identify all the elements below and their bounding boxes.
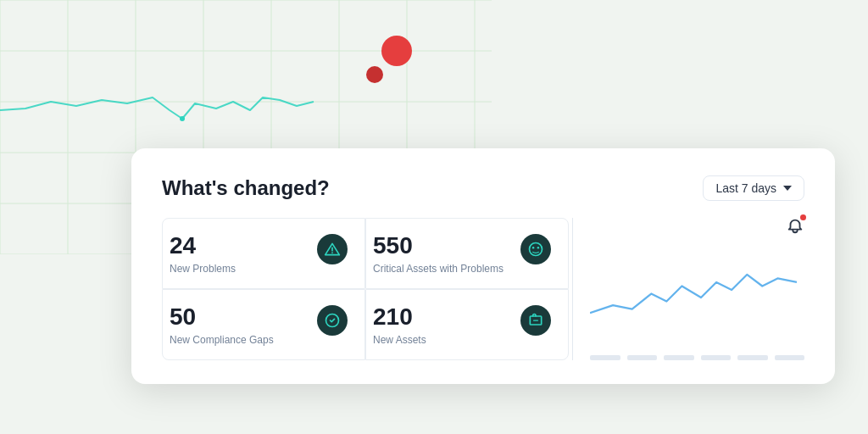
metric-tile-new-assets[interactable]: 210 New Assets (365, 289, 569, 360)
date-selector[interactable]: Last 7 days (703, 175, 804, 201)
chart-bar-labels (590, 355, 804, 360)
svg-point-18 (532, 247, 535, 249)
metric-info-critical-assets: 550 Critical Assets with Problems (373, 232, 504, 275)
chart-bar-4 (701, 355, 732, 360)
chart-bar-5 (737, 355, 768, 360)
svg-point-14 (180, 116, 185, 121)
chart-bar-2 (627, 355, 658, 360)
chart-bar-1 (590, 355, 620, 360)
bell-icon (786, 216, 804, 235)
metric-info-new-problems: 24 New Problems (170, 232, 236, 275)
chart-area (573, 218, 804, 360)
red-dot-large (381, 36, 412, 66)
bell-icon-area[interactable] (786, 216, 804, 238)
card-title: What's changed? (162, 176, 330, 200)
metric-number-critical-assets: 550 (373, 232, 504, 259)
metric-label-new-problems: New Problems (170, 263, 236, 275)
metric-tile-critical-assets[interactable]: 550 Critical Assets with Problems (365, 218, 569, 289)
metric-label-critical-assets: Critical Assets with Problems (373, 263, 504, 275)
metrics-grid: 24 New Problems 550 Critical Assets with… (162, 218, 569, 360)
assets-icon (520, 305, 551, 336)
metric-tile-compliance-gaps[interactable]: 50 New Compliance Gaps (162, 289, 365, 360)
critical-assets-icon (520, 234, 551, 264)
compliance-icon (317, 305, 348, 336)
metric-info-new-assets: 210 New Assets (373, 303, 426, 346)
card-content: 24 New Problems 550 Critical Assets with… (162, 218, 804, 360)
warning-triangle-icon (317, 234, 348, 264)
card-header: What's changed? Last 7 days (162, 175, 804, 201)
metric-label-new-assets: New Assets (373, 334, 426, 346)
main-card: What's changed? Last 7 days 24 New Probl… (131, 148, 835, 384)
metric-number-new-assets: 210 (373, 303, 426, 331)
bell-badge (786, 216, 804, 238)
metric-label-compliance-gaps: New Compliance Gaps (170, 334, 274, 346)
svg-point-17 (530, 243, 542, 256)
metric-info-compliance-gaps: 50 New Compliance Gaps (170, 303, 274, 346)
chart-bar-3 (664, 355, 694, 360)
metric-number-new-problems: 24 (170, 232, 236, 259)
svg-point-16 (331, 252, 333, 253)
metric-tile-new-problems[interactable]: 24 New Problems (162, 218, 365, 289)
date-selector-label: Last 7 days (715, 181, 776, 195)
mini-chart (590, 243, 804, 348)
chevron-down-icon (783, 186, 792, 191)
chart-bar-6 (775, 355, 805, 360)
metric-number-compliance-gaps: 50 (170, 303, 274, 331)
red-dot-small (366, 66, 383, 83)
svg-point-19 (537, 247, 540, 249)
